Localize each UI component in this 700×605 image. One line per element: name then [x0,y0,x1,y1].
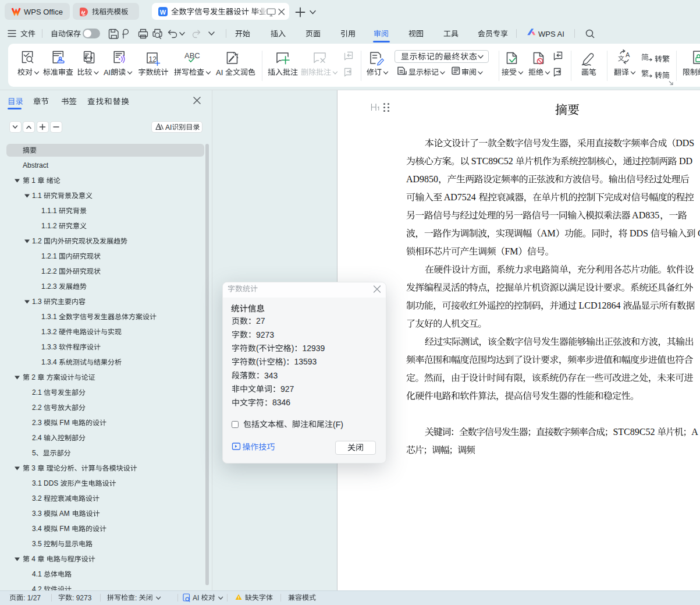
svg-text:FM: FM [58,419,72,427]
svg-text:AM: AM [541,228,556,238]
svg-text:3.4: 3.4 [32,525,44,533]
svg-text:2.1: 2.1 [32,388,44,397]
svg-text:AI: AI [216,68,225,77]
svg-text:WPS Office: WPS Office [24,8,63,16]
svg-text:LCD12864: LCD12864 [577,300,623,310]
svg-text:Abstract: Abstract [23,161,49,169]
svg-text:STC89C52: STC89C52 [613,427,657,437]
svg-text:WPS AI: WPS AI [538,30,564,38]
svg-text:1.2: 1.2 [32,237,44,245]
svg-text:W: W [160,9,166,16]
svg-text:5: 5 [32,449,36,457]
svg-text:3.5: 3.5 [32,540,44,548]
svg-text:1.3.1: 1.3.1 [41,313,59,321]
svg-text:AI: AI [165,123,172,132]
svg-text:AD9850: AD9850 [406,174,438,184]
svg-text:1.2.3: 1.2.3 [41,282,59,291]
svg-text:A: A [691,427,698,437]
svg-text:1.3.2: 1.3.2 [41,328,59,336]
svg-text:1.3.4: 1.3.4 [41,358,59,366]
svg-text:3.3: 3.3 [32,510,44,518]
svg-text:1.2.1: 1.2.1 [41,252,59,260]
svg-text:2: 2 [30,373,37,381]
svg-text:A: A [626,51,630,58]
svg-text:3.1 DDS: 3.1 DDS [32,479,61,487]
svg-text:AD7524: AD7524 [442,192,478,202]
svg-text:1.1.2: 1.1.2 [41,222,59,230]
svg-text:AM: AM [58,510,72,518]
svg-text:STC89C52: STC89C52 [469,156,516,166]
svg-text:1.1.1: 1.1.1 [41,207,59,215]
svg-text:DDS: DDS [676,138,694,148]
svg-text:ABC: ABC [184,51,200,60]
svg-text:1.1: 1.1 [32,192,44,200]
svg-text:2.4: 2.4 [32,434,44,442]
svg-text:3.2: 3.2 [32,494,44,503]
svg-text:1.3.3: 1.3.3 [41,343,59,351]
svg-text:2.2: 2.2 [32,404,44,412]
svg-text:3: 3 [30,464,37,472]
svg-text:CI: CI [695,228,700,238]
svg-text:DD: DD [677,156,692,166]
svg-text:2.3: 2.3 [32,419,44,427]
svg-text:FM: FM [58,525,72,533]
svg-text:12: 12 [149,55,157,63]
svg-text:DDS: DDS [627,228,651,238]
svg-text:1.2.2: 1.2.2 [41,267,59,275]
svg-text:FM: FM [504,246,518,256]
svg-text:AD835: AD835 [630,210,659,220]
svg-text:1: 1 [30,176,37,185]
svg-text:1.3: 1.3 [32,298,44,306]
svg-text:AI: AI [104,68,111,77]
svg-text:4: 4 [30,555,37,563]
svg-text:4.1: 4.1 [32,570,44,578]
